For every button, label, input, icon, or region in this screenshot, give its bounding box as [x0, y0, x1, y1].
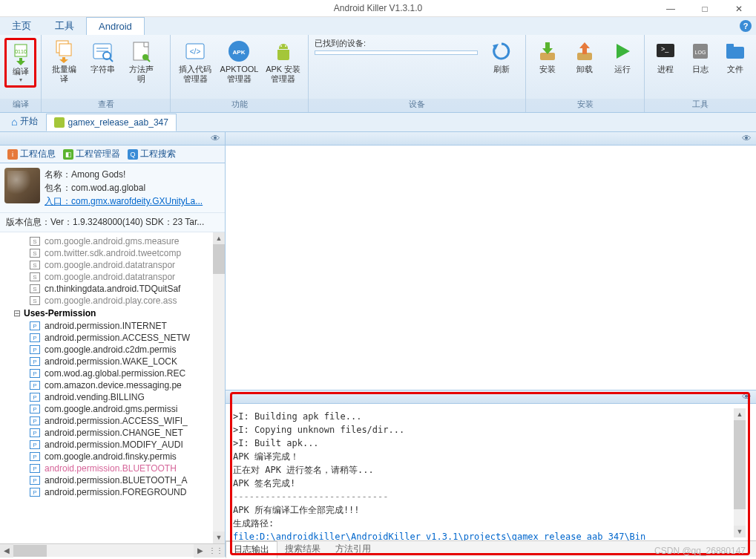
eye-icon[interactable]: 👁 [742, 133, 752, 144]
tab-project[interactable]: gamex_release_aab_347 [46, 114, 176, 131]
scroll-grip[interactable]: ⋮⋮ [207, 544, 225, 558]
tree-vscrollbar[interactable]: ▲ ▼ [213, 232, 225, 543]
left-panel: 👁 i工程信息 ◧工程管理器 Q工程搜索 名称：Among Gods! 包名：c… [0, 132, 226, 557]
install-button[interactable]: 安装 [530, 38, 565, 76]
group-install-label: 安装 [526, 99, 644, 112]
device-list[interactable] [315, 50, 478, 55]
tab-proj-mgr[interactable]: ◧工程管理器 [60, 146, 123, 162]
file-button[interactable]: 文件 [720, 38, 752, 76]
svg-rect-3 [59, 44, 71, 56]
apktool-button[interactable]: APKAPKTOOL 管理器 [219, 38, 260, 85]
eye-icon[interactable]: 👁 [211, 133, 220, 144]
insert-code-button[interactable]: </>插入代码 管理器 [175, 38, 216, 85]
tree-permission-item[interactable]: Pandroid.vending.BILLING [1, 391, 223, 403]
method-decl-button[interactable]: 方法声 明 [123, 38, 159, 85]
tree-permission-item[interactable]: Pcom.amazon.device.messaging.pe [1, 379, 223, 391]
apk-install-label: APK 安装 管理器 [266, 65, 300, 84]
tree-permission-item[interactable]: Pandroid.permission.FOREGROUND [1, 486, 223, 498]
scroll-left-button[interactable]: ◀ [0, 544, 13, 558]
log-vscrollbar: ▲ ▼ [734, 408, 746, 537]
tab-proj-info[interactable]: i工程信息 [4, 146, 59, 162]
tree-permission-item[interactable]: Pandroid.permission.ACCESS_WIFI_ [1, 415, 223, 427]
scroll-down-button[interactable]: ▼ [734, 526, 746, 537]
tab-method-ref[interactable]: 方法引用 [328, 541, 378, 557]
tab-proj-search[interactable]: Q工程搜索 [125, 146, 179, 162]
info-icon: i [7, 149, 18, 160]
permission-tag-icon: P [30, 393, 40, 402]
process-button[interactable]: >_进程 [649, 38, 681, 76]
tree-service-item[interactable]: Scom.google.android.datatranspor [1, 259, 223, 271]
close-button[interactable]: ✕ [722, 0, 756, 17]
tree-permission-item[interactable]: Pandroid.permission.ACCESS_NETW [1, 332, 223, 344]
batch-compile-button[interactable]: 批量编 译 [46, 38, 82, 85]
home-icon: ⌂ [11, 116, 17, 128]
tree-view[interactable]: Scom.google.android.gms.measureScom.twit… [0, 232, 225, 543]
uninstall-icon [573, 39, 596, 63]
tree-service-item[interactable]: Scom.google.android.gms.measure [1, 235, 223, 247]
file-icon [723, 39, 747, 63]
help-icon[interactable]: ? [740, 20, 752, 32]
service-tag-icon: S [30, 272, 40, 281]
install-icon [536, 39, 559, 63]
svg-text:</>: </> [190, 48, 201, 56]
scroll-right-button[interactable]: ▶ [194, 544, 207, 558]
tree-service-item[interactable]: Scom.twitter.sdk.android.tweetcomp [1, 247, 223, 259]
tree-service-item[interactable]: Scom.google.android.datatranspor [1, 271, 223, 283]
scroll-up-button[interactable]: ▲ [734, 408, 746, 420]
tree-service-item[interactable]: Scom.google.android.play.core.ass [1, 295, 223, 307]
scroll-thumb[interactable] [734, 420, 746, 509]
watermark: CSDN @qq_26880147 [654, 546, 746, 556]
group-view-label: 查看 [42, 99, 170, 112]
svg-text:0110: 0110 [15, 49, 27, 54]
tab-start[interactable]: ⌂开始 [3, 111, 46, 131]
service-tag-icon: S [30, 284, 40, 293]
uninstall-button[interactable]: 卸载 [568, 38, 602, 76]
group-func-label: 功能 [171, 99, 308, 112]
tree-hscrollbar[interactable]: ◀ ▶ ⋮⋮ [0, 543, 225, 557]
group-device-label: 设备 [309, 99, 525, 112]
app-name: Among Gods! [71, 169, 125, 180]
group-compile-label: 编译 [0, 99, 41, 112]
run-button[interactable]: 运行 [605, 38, 640, 76]
tab-search-results[interactable]: 搜索结果 [277, 541, 328, 557]
permission-tag-icon: P [30, 405, 40, 413]
apk-install-mgr-button[interactable]: APK 安装 管理器 [263, 38, 303, 85]
tree-service-item[interactable]: Scn.thinkingdata.android.TDQuitSaf [1, 283, 223, 295]
uses-permission-header[interactable]: Uses-Permission [1, 307, 223, 320]
tree-permission-item[interactable]: Pcom.google.android.finsky.permis [1, 451, 223, 462]
scroll-down-button[interactable]: ▼ [213, 532, 225, 543]
tree-permission-item[interactable]: Pandroid.permission.MODIFY_AUDI [1, 439, 223, 451]
scroll-thumb[interactable] [213, 244, 225, 274]
tree-permission-item[interactable]: Pandroid.permission.CHANGE_NET [1, 427, 223, 439]
tree-permission-item[interactable]: Pandroid.permission.BLUETOOTH_A [1, 474, 223, 486]
strings-button[interactable]: 字符串 [85, 38, 120, 76]
log-button[interactable]: LOG日志 [684, 38, 716, 76]
tab-log-output[interactable]: 日志输出 [226, 541, 277, 558]
compile-button[interactable]: 0110 编译 ▾ [4, 38, 36, 88]
tree-permission-item[interactable]: Pandroid.permission.BLUETOOTH [1, 462, 223, 474]
svg-point-16 [285, 45, 286, 47]
service-tag-icon: S [30, 237, 40, 246]
menu-tools[interactable]: 工具 [43, 17, 86, 35]
log-label: 日志 [692, 65, 709, 74]
hscroll-thumb[interactable] [13, 545, 47, 557]
eye-icon[interactable]: 👁 [742, 391, 752, 402]
minimize-button[interactable]: — [654, 0, 688, 17]
tree-permission-item[interactable]: Pandroid.permission.WAKE_LOCK [1, 356, 223, 367]
left-eyebar: 👁 [0, 132, 225, 146]
menu-android[interactable]: Android [86, 17, 145, 35]
tree-permission-item[interactable]: Pcom.wod.ag.global.permission.REC [1, 367, 223, 379]
log-output[interactable]: >I: Building apk file... >I: Copying unk… [226, 404, 756, 540]
tree-permission-item[interactable]: Pcom.google.android.c2dm.permis [1, 344, 223, 356]
tree-permission-item[interactable]: Pandroid.permission.INTERNET [1, 320, 223, 332]
menu-home[interactable]: 主页 [0, 17, 43, 35]
service-tag-icon: S [30, 296, 40, 305]
permission-tag-icon: P [30, 476, 40, 485]
maximize-button[interactable]: □ [688, 0, 722, 17]
app-entry-link[interactable]: 入口：com.gmx.warofdeity.GXUnityLa... [45, 194, 220, 208]
scroll-up-button[interactable]: ▲ [213, 232, 225, 244]
refresh-button[interactable]: 刷新 [484, 38, 519, 76]
service-tag-icon: S [30, 261, 40, 269]
output-path-link[interactable]: file:D:\androidkiller\AndroidKiller_v1.3… [233, 530, 749, 540]
tree-permission-item[interactable]: Pcom.google.android.gms.permissi [1, 403, 223, 415]
